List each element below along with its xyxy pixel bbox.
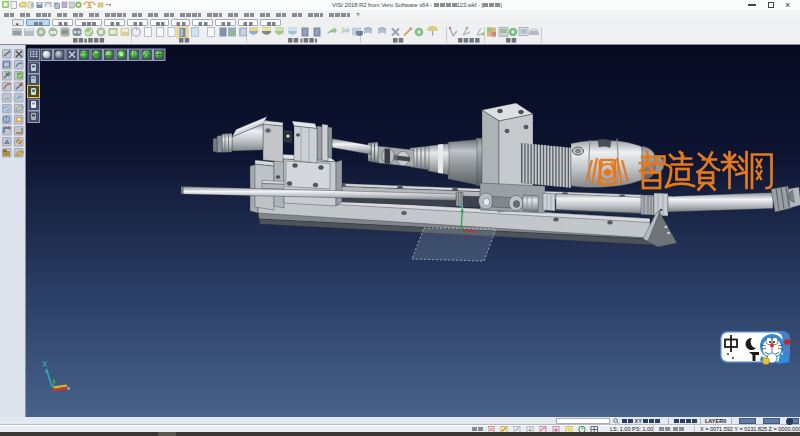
svg-text:X: X	[42, 359, 48, 369]
